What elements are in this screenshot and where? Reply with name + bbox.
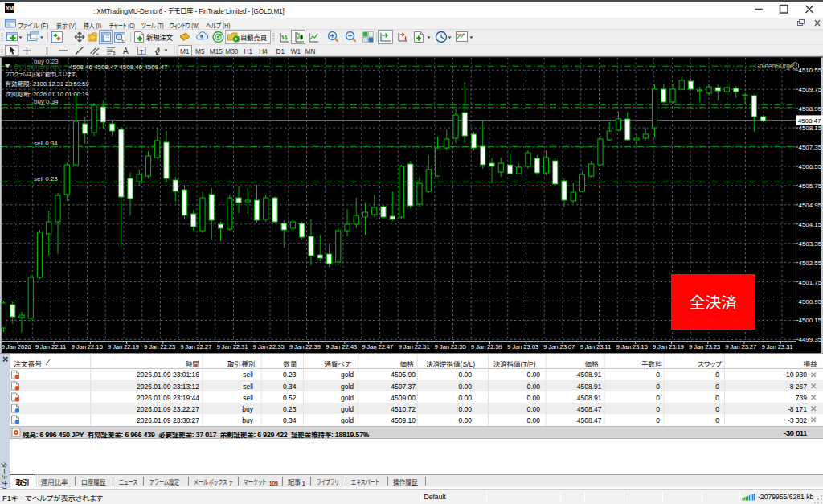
svg-text:9 Jan 22:35: 9 Jan 22:35 [253, 343, 285, 350]
svg-text:9 Jan 22:59: 9 Jan 22:59 [471, 343, 503, 350]
svg-text:4501.75: 4501.75 [799, 279, 822, 286]
svg-text:4502.55: 4502.55 [799, 260, 822, 267]
svg-text:M30: M30 [225, 47, 239, 55]
svg-text:e: e [96, 51, 99, 56]
svg-text:4500.95: 4500.95 [799, 298, 822, 305]
svg-text:T: T [140, 48, 144, 55]
svg-text:MN: MN [305, 47, 316, 55]
svg-text:9 Jan 23:11: 9 Jan 23:11 [580, 343, 611, 350]
svg-text:9 Jan 22:47: 9 Jan 22:47 [362, 343, 393, 350]
svg-text:sell 0.34: sell 0.34 [34, 140, 58, 147]
svg-text:H4: H4 [259, 47, 268, 55]
svg-text:4508.15: 4508.15 [799, 125, 822, 132]
svg-text:9 Jan 23:31: 9 Jan 23:31 [761, 343, 792, 350]
svg-text:4504.15: 4504.15 [799, 221, 822, 228]
svg-text:9 Jan 23:15: 9 Jan 23:15 [616, 343, 649, 350]
svg-text:次回診断: 2026.01.10 01:00:19: 次回診断: 2026.01.10 01:00:19 [6, 91, 89, 98]
svg-text:H1: H1 [244, 47, 253, 55]
svg-text:9 Jan 22:15: 9 Jan 22:15 [72, 343, 104, 350]
svg-text:9 Jan 22:27: 9 Jan 22:27 [180, 343, 211, 350]
svg-text:M5: M5 [195, 47, 205, 55]
svg-text:sell 0.23: sell 0.23 [34, 175, 58, 182]
svg-text:buy 0.23: buy 0.23 [34, 58, 59, 65]
svg-text:4509.75: 4509.75 [799, 86, 822, 93]
svg-text:9 Jan 22:11: 9 Jan 22:11 [35, 343, 66, 350]
svg-text:9 Jan 22:55: 9 Jan 22:55 [435, 343, 467, 350]
svg-text:W1: W1 [291, 47, 301, 55]
svg-text:9 Jan 23:07: 9 Jan 23:07 [543, 343, 575, 350]
svg-text:新規注文: 新規注文 [146, 34, 173, 42]
svg-text:D1: D1 [276, 47, 285, 55]
svg-text:有効期限: 2100.12.31 23:59:59: 有効期限: 2100.12.31 23:59:59 [6, 80, 89, 88]
svg-text:9 Jan 22:23: 9 Jan 22:23 [144, 343, 176, 350]
svg-text:M15: M15 [210, 47, 223, 55]
svg-text:4500.15: 4500.15 [799, 317, 822, 324]
svg-text:9 Jan 22:43: 9 Jan 22:43 [326, 343, 358, 350]
svg-text:全決済: 全決済 [690, 294, 738, 311]
svg-text:4505.75: 4505.75 [799, 182, 822, 190]
svg-text:4508.46 4508.47 4508.46 4508.4: 4508.46 4508.47 4508.46 4508.47 [69, 64, 168, 71]
svg-text:4508.95: 4508.95 [799, 105, 822, 113]
svg-text:A: A [123, 47, 129, 55]
svg-text:4506.55: 4506.55 [799, 163, 822, 170]
svg-text:9 Jan 23:23: 9 Jan 23:23 [689, 343, 721, 350]
svg-text:M1: M1 [180, 47, 190, 55]
svg-text:4508.47: 4508.47 [798, 117, 821, 125]
svg-text:9 Jan 2026: 9 Jan 2026 [2, 343, 32, 350]
svg-text:プログラムは正常に動作しています。: プログラムは正常に動作しています。 [5, 71, 77, 78]
svg-text:buy 0.34: buy 0.34 [34, 98, 59, 105]
svg-text:9 Jan 22:39: 9 Jan 22:39 [289, 343, 321, 350]
svg-text:4503.35: 4503.35 [799, 240, 822, 248]
svg-text:GoldenSurge: GoldenSurge [755, 62, 794, 70]
svg-text:4499.35: 4499.35 [799, 336, 822, 343]
svg-text:9 Jan 23:03: 9 Jan 23:03 [507, 343, 539, 350]
svg-text:4507.35: 4507.35 [799, 144, 822, 151]
svg-text:9 Jan 23:27: 9 Jan 23:27 [725, 343, 756, 350]
svg-text:9 Jan 22:31: 9 Jan 22:31 [216, 343, 248, 350]
svg-text:4504.95: 4504.95 [799, 202, 822, 209]
svg-text:9 Jan 22:19: 9 Jan 22:19 [108, 343, 140, 350]
svg-text:4510.55: 4510.55 [799, 67, 822, 74]
svg-text:9 Jan 22:51: 9 Jan 22:51 [398, 343, 429, 350]
svg-text:9 Jan 23:19: 9 Jan 23:19 [653, 343, 685, 350]
svg-text:自動売買: 自動売買 [240, 34, 267, 42]
